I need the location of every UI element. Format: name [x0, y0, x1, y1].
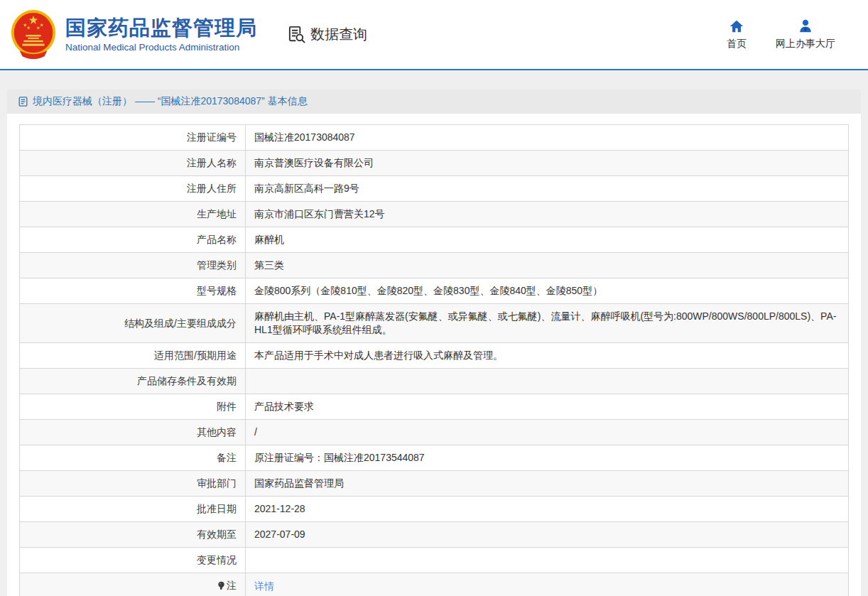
field-value: 第三类	[246, 253, 849, 278]
table-row: 备注 原注册证编号：国械注准20173544087	[20, 445, 849, 471]
nav-item-label: 首页	[727, 38, 747, 50]
field-value: 南京市浦口区东门曹营关12号	[246, 202, 849, 227]
field-label: 产品名称	[20, 227, 246, 253]
page-title: 境内医疗器械（注册） —— “国械注准20173084087” 基本信息	[33, 95, 308, 108]
national-emblem-icon	[9, 6, 58, 63]
field-label: 结构及组成/主要组成成分	[20, 304, 246, 343]
bulb-icon	[217, 580, 225, 594]
field-label: 生产地址	[20, 202, 246, 227]
field-value	[246, 548, 849, 573]
field-label: 备注	[20, 445, 246, 471]
data-query-section: 数据查询	[287, 25, 367, 44]
content-container: 境内医疗器械（注册） —— “国械注准20173084087” 基本信息 注册证…	[7, 90, 861, 596]
logo-text: 国家药品监督管理局 National Medical Products Admi…	[65, 16, 257, 53]
person-icon	[798, 18, 813, 34]
details-link[interactable]: 详情	[254, 580, 274, 592]
table-row: 型号规格 金陵800系列（金陵810型、金陵820型、金陵830型、金陵840型…	[20, 278, 849, 304]
note-label: 注	[227, 580, 237, 591]
data-query-label: 数据查询	[310, 25, 367, 44]
field-value: 原注册证编号：国械注准20173544087	[246, 445, 849, 471]
field-label: 注册人住所	[20, 176, 246, 202]
home-icon	[729, 18, 744, 34]
table-row: 批准日期 2021-12-28	[20, 497, 849, 522]
table-row: 变更情况	[20, 548, 849, 573]
field-value: /	[246, 420, 849, 445]
field-value: 2021-12-28	[246, 497, 849, 522]
table-row: 产品名称 麻醉机	[20, 227, 849, 253]
nav-item-home[interactable]: 首页	[722, 18, 752, 50]
field-label: 其他内容	[20, 420, 246, 445]
field-value: 国械注准20173084087	[246, 125, 849, 151]
site-subtitle: National Medical Products Administration	[65, 42, 257, 53]
table-row: 管理类别 第三类	[20, 253, 849, 278]
field-label: 有效期至	[20, 522, 246, 548]
field-value: 本产品适用于手术中对成人患者进行吸入式麻醉及管理。	[246, 343, 849, 369]
field-label: 附件	[20, 394, 246, 420]
site-logo[interactable]: 国家药品监督管理局 National Medical Products Admi…	[9, 6, 257, 63]
field-label: 注册证编号	[20, 125, 246, 151]
table-row: 注册证编号 国械注准20173084087	[20, 125, 849, 151]
field-label: 型号规格	[20, 278, 246, 304]
field-value: 产品技术要求	[246, 394, 849, 420]
table-row: 结构及组成/主要组成成分 麻醉机由主机、PA-1型麻醉蒸发器(安氟醚、或异氟醚、…	[20, 304, 849, 343]
field-label: 变更情况	[20, 548, 246, 573]
registration-info-table-wrap: 注册证编号 国械注准20173084087 注册人名称 南京普澳医疗设备有限公司…	[7, 114, 861, 596]
header-nav: 首页 网上办事大厅	[722, 18, 835, 50]
field-value: 详情	[246, 573, 849, 596]
page-title-bar: 境内医疗器械（注册） —— “国械注准20173084087” 基本信息	[7, 90, 861, 114]
table-row: 附件 产品技术要求	[20, 394, 849, 420]
field-value: 南京高新区高科一路9号	[246, 176, 849, 202]
field-label: 产品储存条件及有效期	[20, 369, 246, 394]
field-label: 适用范围/预期用途	[20, 343, 246, 369]
table-row: 注 详情	[20, 573, 849, 596]
nav-item-label: 网上办事大厅	[776, 38, 835, 50]
table-row: 注册人住所 南京高新区高科一路9号	[20, 176, 849, 202]
field-label: 注	[20, 573, 246, 596]
table-row: 审批部门 国家药品监督管理局	[20, 471, 849, 497]
field-label: 审批部门	[20, 471, 246, 497]
table-row: 生产地址 南京市浦口区东门曹营关12号	[20, 202, 849, 227]
field-label: 注册人名称	[20, 151, 246, 176]
page-header: 国家药品监督管理局 National Medical Products Admi…	[0, 0, 868, 70]
field-value: 2027-07-09	[246, 522, 849, 548]
field-value: 麻醉机由主机、PA-1型麻醉蒸发器(安氟醚、或异氟醚、或七氟醚)、流量计、麻醉呼…	[246, 304, 849, 343]
field-label: 批准日期	[20, 497, 246, 522]
table-row: 注册人名称 南京普澳医疗设备有限公司	[20, 151, 849, 176]
field-value: 南京普澳医疗设备有限公司	[246, 151, 849, 176]
field-value: 麻醉机	[246, 227, 849, 253]
table-row: 其他内容 /	[20, 420, 849, 445]
nav-item-service-hall[interactable]: 网上办事大厅	[776, 18, 835, 50]
table-row: 适用范围/预期用途 本产品适用于手术中对成人患者进行吸入式麻醉及管理。	[20, 343, 849, 369]
field-value: 金陵800系列（金陵810型、金陵820型、金陵830型、金陵840型、金陵85…	[246, 278, 849, 304]
field-value	[246, 369, 849, 394]
site-title: 国家药品监督管理局	[65, 16, 257, 40]
table-row: 有效期至 2027-07-09	[20, 522, 849, 548]
page-icon	[18, 96, 28, 107]
table-row: 产品储存条件及有效期	[20, 369, 849, 394]
registration-info-table: 注册证编号 国械注准20173084087 注册人名称 南京普澳医疗设备有限公司…	[19, 124, 849, 596]
field-label: 管理类别	[20, 253, 246, 278]
document-search-icon	[287, 25, 306, 44]
field-value: 国家药品监督管理局	[246, 471, 849, 497]
